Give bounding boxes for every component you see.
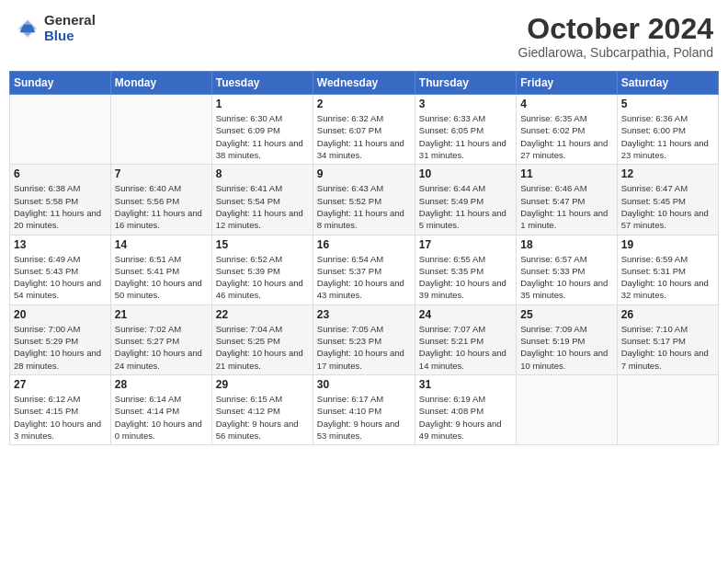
day-number: 15 <box>216 238 309 251</box>
table-row <box>517 374 617 444</box>
logo-blue: Blue <box>44 29 96 44</box>
day-number: 17 <box>419 238 512 251</box>
day-info: Sunrise: 6:46 AMSunset: 5:47 PMDaylight:… <box>520 182 612 231</box>
logo-general: General <box>44 13 96 29</box>
table-row: 20Sunrise: 7:00 AMSunset: 5:29 PMDayligh… <box>10 304 111 374</box>
day-info: Sunrise: 6:35 AMSunset: 6:02 PMDaylight:… <box>520 112 612 161</box>
table-row: 2Sunrise: 6:32 AMSunset: 6:07 PMDaylight… <box>313 95 415 165</box>
calendar-table: Sunday Monday Tuesday Wednesday Thursday… <box>9 71 719 445</box>
day-number: 23 <box>317 308 411 321</box>
day-number: 16 <box>317 238 411 251</box>
table-row: 3Sunrise: 6:33 AMSunset: 6:05 PMDaylight… <box>415 95 516 165</box>
table-row: 1Sunrise: 6:30 AMSunset: 6:09 PMDaylight… <box>211 95 313 165</box>
table-row: 27Sunrise: 6:12 AMSunset: 4:15 PMDayligh… <box>10 374 111 444</box>
page-header: General Blue October 2024 Giedlarowa, Su… <box>9 9 719 63</box>
day-info: Sunrise: 7:07 AMSunset: 5:21 PMDaylight:… <box>419 323 512 372</box>
day-number: 4 <box>520 98 612 110</box>
table-row: 31Sunrise: 6:19 AMSunset: 4:08 PMDayligh… <box>415 374 516 444</box>
day-info: Sunrise: 6:17 AMSunset: 4:10 PMDaylight:… <box>317 393 411 442</box>
calendar-week-row: 20Sunrise: 7:00 AMSunset: 5:29 PMDayligh… <box>10 304 719 374</box>
day-number: 20 <box>14 308 107 321</box>
day-info: Sunrise: 6:12 AMSunset: 4:15 PMDaylight:… <box>14 393 107 442</box>
logo: General Blue <box>15 13 96 43</box>
day-number: 8 <box>216 167 309 180</box>
calendar-week-row: 6Sunrise: 6:38 AMSunset: 5:58 PMDaylight… <box>10 165 719 235</box>
col-friday: Friday <box>517 72 617 95</box>
day-number: 3 <box>419 98 512 110</box>
calendar-week-row: 13Sunrise: 6:49 AMSunset: 5:43 PMDayligh… <box>10 235 719 304</box>
table-row: 21Sunrise: 7:02 AMSunset: 5:27 PMDayligh… <box>110 304 211 374</box>
table-row: 18Sunrise: 6:57 AMSunset: 5:33 PMDayligh… <box>517 235 617 304</box>
table-row: 8Sunrise: 6:41 AMSunset: 5:54 PMDaylight… <box>211 165 313 235</box>
table-row: 5Sunrise: 6:36 AMSunset: 6:00 PMDaylight… <box>617 95 718 165</box>
day-info: Sunrise: 6:14 AMSunset: 4:14 PMDaylight:… <box>115 393 208 442</box>
day-number: 30 <box>317 378 411 391</box>
day-info: Sunrise: 7:00 AMSunset: 5:29 PMDaylight:… <box>14 323 107 372</box>
table-row: 6Sunrise: 6:38 AMSunset: 5:58 PMDaylight… <box>10 165 111 235</box>
day-info: Sunrise: 6:36 AMSunset: 6:00 PMDaylight:… <box>621 112 714 161</box>
day-info: Sunrise: 6:47 AMSunset: 5:45 PMDaylight:… <box>621 182 714 231</box>
day-number: 18 <box>520 238 612 251</box>
day-info: Sunrise: 6:32 AMSunset: 6:07 PMDaylight:… <box>317 112 411 161</box>
table-row: 9Sunrise: 6:43 AMSunset: 5:52 PMDaylight… <box>313 165 415 235</box>
day-info: Sunrise: 6:40 AMSunset: 5:56 PMDaylight:… <box>115 182 208 231</box>
day-info: Sunrise: 7:05 AMSunset: 5:23 PMDaylight:… <box>317 323 411 372</box>
day-number: 19 <box>621 238 714 251</box>
day-info: Sunrise: 6:33 AMSunset: 6:05 PMDaylight:… <box>419 112 512 161</box>
day-number: 11 <box>520 167 612 180</box>
day-number: 26 <box>621 308 714 321</box>
day-info: Sunrise: 6:44 AMSunset: 5:49 PMDaylight:… <box>419 182 512 231</box>
day-info: Sunrise: 6:30 AMSunset: 6:09 PMDaylight:… <box>216 112 309 161</box>
table-row: 29Sunrise: 6:15 AMSunset: 4:12 PMDayligh… <box>211 374 313 444</box>
col-monday: Monday <box>110 72 211 95</box>
table-row: 14Sunrise: 6:51 AMSunset: 5:41 PMDayligh… <box>110 235 211 304</box>
table-row: 30Sunrise: 6:17 AMSunset: 4:10 PMDayligh… <box>313 374 415 444</box>
day-number: 12 <box>621 167 714 180</box>
day-info: Sunrise: 6:15 AMSunset: 4:12 PMDaylight:… <box>216 393 309 442</box>
table-row: 11Sunrise: 6:46 AMSunset: 5:47 PMDayligh… <box>517 165 617 235</box>
col-wednesday: Wednesday <box>313 72 415 95</box>
day-number: 9 <box>317 167 411 180</box>
day-info: Sunrise: 6:59 AMSunset: 5:31 PMDaylight:… <box>621 253 714 302</box>
table-row <box>617 374 718 444</box>
calendar-week-row: 27Sunrise: 6:12 AMSunset: 4:15 PMDayligh… <box>10 374 719 444</box>
day-info: Sunrise: 6:19 AMSunset: 4:08 PMDaylight:… <box>419 393 512 442</box>
day-number: 22 <box>216 308 309 321</box>
col-tuesday: Tuesday <box>211 72 313 95</box>
day-number: 13 <box>14 238 107 251</box>
table-row: 7Sunrise: 6:40 AMSunset: 5:56 PMDaylight… <box>110 165 211 235</box>
day-number: 24 <box>419 308 512 321</box>
col-saturday: Saturday <box>617 72 718 95</box>
location-subtitle: Giedlarowa, Subcarpathia, Poland <box>518 45 713 60</box>
table-row <box>10 95 111 165</box>
table-row: 13Sunrise: 6:49 AMSunset: 5:43 PMDayligh… <box>10 235 111 304</box>
day-info: Sunrise: 7:10 AMSunset: 5:17 PMDaylight:… <box>621 323 714 372</box>
day-number: 28 <box>115 378 208 391</box>
day-info: Sunrise: 6:52 AMSunset: 5:39 PMDaylight:… <box>216 253 309 302</box>
day-number: 2 <box>317 98 411 110</box>
table-row: 22Sunrise: 7:04 AMSunset: 5:25 PMDayligh… <box>211 304 313 374</box>
day-number: 25 <box>520 308 612 321</box>
logo-text: General Blue <box>44 13 96 43</box>
calendar-week-row: 1Sunrise: 6:30 AMSunset: 6:09 PMDaylight… <box>10 95 719 165</box>
day-number: 1 <box>216 98 309 110</box>
day-info: Sunrise: 6:55 AMSunset: 5:35 PMDaylight:… <box>419 253 512 302</box>
day-info: Sunrise: 6:54 AMSunset: 5:37 PMDaylight:… <box>317 253 411 302</box>
table-row: 10Sunrise: 6:44 AMSunset: 5:49 PMDayligh… <box>415 165 516 235</box>
day-number: 7 <box>115 167 208 180</box>
table-row: 19Sunrise: 6:59 AMSunset: 5:31 PMDayligh… <box>617 235 718 304</box>
title-block: October 2024 Giedlarowa, Subcarpathia, P… <box>518 13 713 60</box>
day-info: Sunrise: 6:38 AMSunset: 5:58 PMDaylight:… <box>14 182 107 231</box>
table-row: 15Sunrise: 6:52 AMSunset: 5:39 PMDayligh… <box>211 235 313 304</box>
table-row: 26Sunrise: 7:10 AMSunset: 5:17 PMDayligh… <box>617 304 718 374</box>
table-row: 4Sunrise: 6:35 AMSunset: 6:02 PMDaylight… <box>517 95 617 165</box>
month-title: October 2024 <box>518 13 713 45</box>
day-info: Sunrise: 6:51 AMSunset: 5:41 PMDaylight:… <box>115 253 208 302</box>
day-number: 27 <box>14 378 107 391</box>
day-number: 31 <box>419 378 512 391</box>
table-row: 28Sunrise: 6:14 AMSunset: 4:14 PMDayligh… <box>110 374 211 444</box>
day-info: Sunrise: 6:43 AMSunset: 5:52 PMDaylight:… <box>317 182 411 231</box>
day-info: Sunrise: 7:04 AMSunset: 5:25 PMDaylight:… <box>216 323 309 372</box>
day-number: 6 <box>14 167 107 180</box>
day-info: Sunrise: 6:49 AMSunset: 5:43 PMDaylight:… <box>14 253 107 302</box>
